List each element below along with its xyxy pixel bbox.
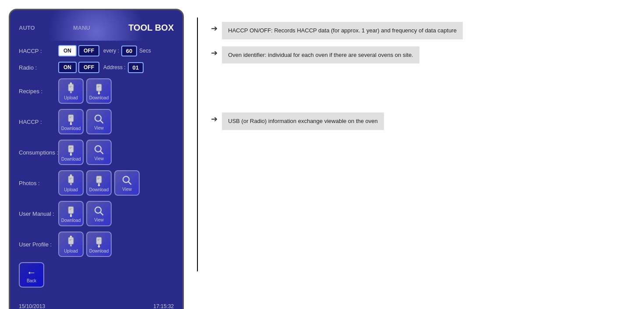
svg-rect-58 bbox=[99, 239, 100, 240]
svg-rect-29 bbox=[70, 178, 71, 179]
svg-rect-35 bbox=[98, 178, 99, 179]
haccp-view-icon bbox=[93, 113, 105, 125]
user-manual-download-usb-icon bbox=[65, 205, 77, 217]
radio-address-value: 01 bbox=[128, 62, 144, 73]
svg-line-27 bbox=[100, 151, 103, 154]
photos-upload-usb-icon bbox=[65, 174, 77, 186]
consumptions-view-icon bbox=[93, 144, 105, 155]
arrow-icon-3: ➔ bbox=[211, 114, 218, 124]
annotation-row-1: ➔ HACCP ON/OFF: Records HACCP data (for … bbox=[211, 22, 635, 39]
annotation-spacer bbox=[211, 70, 635, 105]
photos-label: Photos : bbox=[19, 180, 58, 186]
svg-marker-25 bbox=[70, 154, 72, 156]
annotation-row-3: ➔ USB (or Radio) information exchange vi… bbox=[211, 112, 635, 130]
manu-label: MANU bbox=[73, 25, 90, 31]
annotation-box-3: USB (or Radio) information exchange view… bbox=[222, 112, 384, 130]
radio-label: Radio : bbox=[19, 64, 58, 71]
recipes-upload-label: Upload bbox=[64, 95, 78, 100]
haccp-off-button[interactable]: OFF bbox=[78, 45, 99, 56]
svg-rect-22 bbox=[71, 147, 72, 148]
user-manual-view-button[interactable]: View bbox=[86, 201, 112, 226]
svg-rect-44 bbox=[71, 208, 72, 209]
photos-view-label: View bbox=[122, 187, 132, 192]
svg-rect-50 bbox=[68, 237, 74, 244]
annotation-box-2: Oven identifier: individual for each ove… bbox=[222, 46, 419, 64]
user-profile-upload-button[interactable]: Upload bbox=[58, 232, 84, 257]
svg-rect-42 bbox=[68, 207, 74, 214]
recipes-label: Recipes : bbox=[19, 88, 58, 95]
haccp-view-label: View bbox=[94, 126, 104, 130]
photos-view-button[interactable]: View bbox=[114, 170, 140, 196]
svg-rect-8 bbox=[99, 86, 100, 87]
haccp-download-button[interactable]: Download bbox=[58, 109, 84, 134]
svg-rect-6 bbox=[96, 84, 102, 91]
svg-rect-36 bbox=[99, 178, 100, 179]
svg-rect-51 bbox=[70, 239, 71, 241]
svg-rect-3 bbox=[70, 91, 72, 93]
svg-line-49 bbox=[100, 212, 103, 215]
haccp-label: HACCP : bbox=[19, 48, 58, 54]
date-display: 15/10/2013 bbox=[19, 303, 45, 309]
svg-rect-53 bbox=[70, 244, 72, 246]
user-manual-view-label: View bbox=[94, 218, 104, 222]
upload-usb-icon bbox=[65, 82, 77, 95]
address-label: Address : bbox=[103, 64, 126, 70]
consumptions-view-label: View bbox=[95, 156, 104, 161]
back-button[interactable]: ← Back bbox=[19, 262, 44, 288]
photos-upload-button[interactable]: Upload bbox=[58, 170, 84, 196]
back-label: Back bbox=[27, 278, 36, 283]
svg-marker-55 bbox=[70, 235, 72, 237]
consumptions-label: Consumptions : bbox=[19, 149, 58, 156]
every-label: every : bbox=[103, 48, 119, 54]
user-manual-download-button[interactable]: Download bbox=[58, 201, 84, 226]
vertical-divider bbox=[197, 18, 198, 271]
photos-download-label: Download bbox=[89, 187, 109, 192]
consumptions-download-button[interactable]: Download bbox=[58, 140, 84, 165]
user-manual-row: User Manual : Download View bbox=[19, 201, 174, 226]
radio-on-button[interactable]: ON bbox=[58, 62, 77, 73]
svg-line-41 bbox=[128, 182, 131, 184]
auto-label: AUTO bbox=[19, 25, 35, 31]
svg-rect-21 bbox=[70, 147, 71, 149]
haccp-download-label: Download bbox=[61, 126, 81, 131]
annotation-row-2: ➔ Oven identifier: individual for each o… bbox=[211, 46, 635, 64]
radio-off-button[interactable]: OFF bbox=[78, 62, 99, 73]
haccp-download-usb-icon bbox=[65, 113, 77, 125]
device-top: AUTO MANU TOOL BOX bbox=[10, 10, 183, 41]
consumptions-view-button[interactable]: View bbox=[86, 140, 112, 165]
svg-rect-30 bbox=[71, 178, 72, 179]
photos-download-usb-icon bbox=[93, 174, 105, 186]
svg-rect-31 bbox=[70, 183, 72, 185]
svg-rect-28 bbox=[68, 176, 74, 183]
haccp-frequency-value: 60 bbox=[121, 46, 137, 56]
user-profile-download-button[interactable]: Download bbox=[86, 232, 112, 257]
recipes-upload-button[interactable]: Upload bbox=[58, 78, 84, 104]
photos-upload-label: Upload bbox=[64, 187, 78, 192]
haccp-data-label: HACCP : bbox=[19, 119, 58, 125]
arrow-icon-1: ➔ bbox=[211, 24, 218, 33]
download-usb-icon bbox=[93, 82, 105, 95]
photos-view-icon bbox=[121, 175, 133, 186]
consumptions-download-label: Download bbox=[61, 157, 81, 162]
recipes-download-button[interactable]: Download bbox=[86, 78, 112, 104]
arrow-icon-2: ➔ bbox=[211, 48, 218, 58]
svg-rect-1 bbox=[70, 86, 71, 88]
user-manual-label: User Manual : bbox=[19, 211, 58, 217]
user-profile-label: User Profile : bbox=[19, 241, 58, 248]
haccp-data-row: HACCP : Download View bbox=[19, 109, 174, 134]
user-profile-row: User Profile : Upload bbox=[19, 232, 174, 257]
haccp-row: HACCP : ON OFF every : 60 Secs bbox=[19, 45, 174, 56]
user-profile-upload-label: Upload bbox=[64, 249, 78, 253]
svg-marker-61 bbox=[98, 246, 100, 248]
user-profile-download-label: Download bbox=[89, 249, 109, 253]
photos-download-button[interactable]: Download bbox=[86, 170, 112, 196]
device-content: HACCP : ON OFF every : 60 Secs Radio : O… bbox=[10, 41, 183, 300]
haccp-on-button[interactable]: ON bbox=[58, 45, 77, 56]
device-panel: AUTO MANU TOOL BOX HACCP : ON OFF every … bbox=[9, 9, 184, 309]
svg-rect-2 bbox=[71, 86, 72, 87]
svg-rect-52 bbox=[71, 239, 72, 240]
svg-rect-57 bbox=[98, 239, 99, 241]
svg-rect-56 bbox=[96, 237, 102, 244]
time-display: 17:15:32 bbox=[153, 303, 174, 309]
haccp-view-button[interactable]: View bbox=[86, 109, 112, 134]
